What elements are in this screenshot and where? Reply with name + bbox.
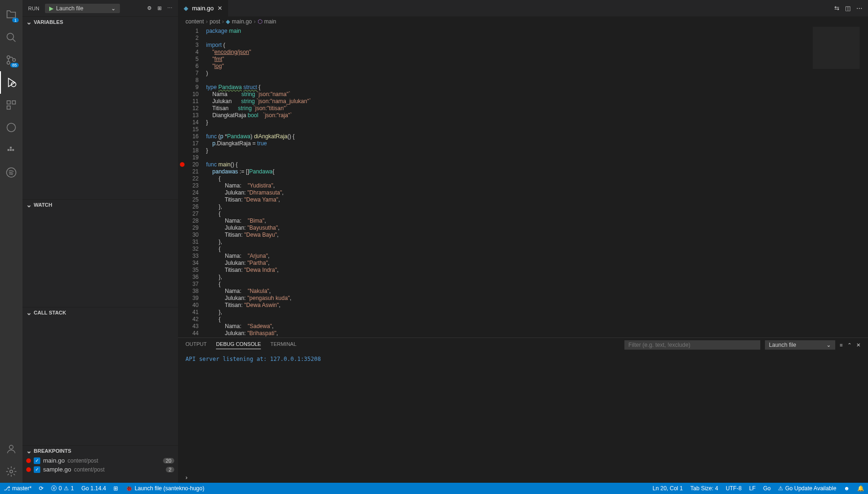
callstack-header[interactable]: ⌄ CALL STACK xyxy=(22,307,178,318)
launch-config-select[interactable]: ▶ Launch file ⌄ xyxy=(45,4,120,13)
variables-panel: ⌄ VARIABLES xyxy=(22,16,178,199)
svg-rect-7 xyxy=(7,106,10,109)
scm-badge: 85 xyxy=(10,63,19,67)
debug-prompt[interactable]: › xyxy=(185,474,187,481)
chevron-down-icon: ⌄ xyxy=(26,18,32,26)
word-wrap-icon[interactable]: ≡ xyxy=(840,342,843,348)
split-icon[interactable]: ◫ xyxy=(845,5,851,12)
bell-icon[interactable]: 🔔 xyxy=(853,485,868,492)
breakpoints-header[interactable]: ⌄ BREAKPOINTS xyxy=(22,446,178,456)
watch-header[interactable]: ⌄ WATCH xyxy=(22,200,178,210)
gear-icon[interactable]: ⚙ xyxy=(147,5,152,11)
editor-area: ◆ main.go ✕ ⇆ ◫ ⋯ content› post› ◆ main.… xyxy=(178,0,868,337)
go-update[interactable]: ⚠ Go Update Available xyxy=(774,485,840,492)
filter-input[interactable] xyxy=(624,340,760,350)
tab-terminal[interactable]: TERMINAL xyxy=(270,341,297,349)
svg-rect-12 xyxy=(10,147,12,149)
go-file-icon: ◆ xyxy=(226,18,230,25)
bp-line: 2 xyxy=(166,467,174,472)
svg-point-8 xyxy=(7,123,15,132)
bp-line: 20 xyxy=(163,458,174,464)
tab-output[interactable]: OUTPUT xyxy=(185,341,207,349)
docker-icon[interactable] xyxy=(0,139,22,161)
breakpoint-dot-icon xyxy=(26,467,31,472)
launch-dropdown[interactable]: Launch file⌄ xyxy=(765,340,835,350)
debug-icon[interactable] xyxy=(0,71,22,94)
code-editor[interactable]: 1package main23import (4 "encoding/json"… xyxy=(178,27,868,337)
cursor-position[interactable]: Ln 20, Col 1 xyxy=(649,485,687,492)
svg-point-3 xyxy=(13,59,15,61)
chevron-down-icon: ⌄ xyxy=(111,5,116,12)
minimap[interactable] xyxy=(813,27,860,214)
tab-size[interactable]: Tab Size: 4 xyxy=(687,485,722,492)
go-version[interactable]: Go 1.14.4 xyxy=(78,485,110,492)
debug-launch[interactable]: 🐞 Launch file (santekno-hugo) xyxy=(122,485,208,492)
close-icon[interactable]: ✕ xyxy=(856,342,861,348)
more-icon[interactable]: ⋯ xyxy=(856,5,862,12)
chevron-up-icon[interactable]: ⌃ xyxy=(847,342,852,348)
bp-file: sample.go xyxy=(43,466,71,473)
svg-point-15 xyxy=(10,470,13,473)
debug-sidebar: RUN ▶ Launch file ⌄ ⚙ ⊞ ⋯ ⌄ VARIABLES ⌄ … xyxy=(22,0,178,483)
sidebar-header: RUN ▶ Launch file ⌄ ⚙ ⊞ ⋯ xyxy=(22,0,178,16)
svg-rect-6 xyxy=(12,101,15,104)
watch-panel: ⌄ WATCH xyxy=(22,199,178,307)
chevron-down-icon: ⌄ xyxy=(26,447,32,455)
chevron-down-icon: ⌄ xyxy=(826,342,831,348)
statusbar: ⎇ master* ⟳ ⓧ 0 ⚠ 1 Go 1.14.4 ⊞ 🐞 Launch… xyxy=(0,483,868,494)
feedback-icon[interactable]: ☻ xyxy=(840,485,853,492)
chevron-down-icon: ⌄ xyxy=(26,201,32,209)
problems-item[interactable]: ⓧ 0 ⚠ 1 xyxy=(47,485,77,493)
svg-rect-11 xyxy=(12,149,14,151)
checkbox[interactable]: ✓ xyxy=(34,457,40,464)
eol[interactable]: LF xyxy=(745,485,759,492)
checkbox[interactable]: ✓ xyxy=(34,466,40,473)
tab-debug-console[interactable]: DEBUG CONSOLE xyxy=(216,341,261,349)
bp-path: content/post xyxy=(67,457,98,464)
breakpoint-dot-icon xyxy=(26,458,31,463)
compare-icon[interactable]: ⇆ xyxy=(834,5,839,12)
more-icon[interactable]: ⋯ xyxy=(167,5,172,11)
close-icon[interactable]: ✕ xyxy=(217,5,223,12)
tab-main-go[interactable]: ◆ main.go ✕ xyxy=(178,0,228,16)
function-icon: ⬡ xyxy=(258,18,262,25)
go-file-icon: ◆ xyxy=(184,5,188,12)
activity-bar: 1 85 xyxy=(0,0,22,483)
breakpoint-item[interactable]: ✓ main.go content/post 20 xyxy=(22,456,178,465)
breadcrumbs[interactable]: content› post› ◆ main.go› ⬡ main xyxy=(178,16,868,27)
spotify-icon[interactable] xyxy=(0,161,22,184)
explorer-badge: 1 xyxy=(12,18,19,22)
svg-point-0 xyxy=(7,33,14,40)
chevron-down-icon: ⌄ xyxy=(26,309,32,316)
bottom-panel: OUTPUT DEBUG CONSOLE TERMINAL Launch fil… xyxy=(178,337,868,483)
svg-point-14 xyxy=(9,445,13,449)
svg-rect-9 xyxy=(7,149,9,151)
bp-path: content/post xyxy=(74,466,104,473)
editor-tabs: ◆ main.go ✕ ⇆ ◫ ⋯ xyxy=(178,0,868,16)
scm-icon[interactable]: 85 xyxy=(0,49,22,71)
variables-header[interactable]: ⌄ VARIABLES xyxy=(22,17,178,27)
search-icon[interactable] xyxy=(0,26,22,49)
play-icon: ▶ xyxy=(49,5,53,12)
branch-item[interactable]: ⎇ master* xyxy=(0,485,35,492)
svg-point-2 xyxy=(7,61,10,64)
extensions-icon[interactable] xyxy=(0,94,22,116)
debug-console-output: API server listening at: 127.0.0.1:35208 xyxy=(178,352,868,366)
gear-icon[interactable] xyxy=(0,460,22,483)
callstack-panel: ⌄ CALL STACK xyxy=(22,307,178,445)
svg-point-1 xyxy=(7,56,10,59)
svg-rect-10 xyxy=(10,149,12,151)
breakpoint-item[interactable]: ✓ sample.go content/post 2 xyxy=(22,465,178,474)
sync-item[interactable]: ⟳ xyxy=(35,485,47,492)
run-label: RUN xyxy=(28,6,39,11)
tab-label: main.go xyxy=(192,5,214,12)
encoding[interactable]: UTF-8 xyxy=(722,485,745,492)
live-share-icon[interactable]: ⊞ xyxy=(110,485,122,492)
account-icon[interactable] xyxy=(0,438,22,460)
language-mode[interactable]: Go xyxy=(759,485,774,492)
launch-config-name: Launch file xyxy=(56,5,83,12)
debug-console-icon[interactable]: ⊞ xyxy=(157,5,162,11)
explorer-icon[interactable]: 1 xyxy=(0,4,22,26)
remote-icon[interactable] xyxy=(0,116,22,139)
panel-tabs: OUTPUT DEBUG CONSOLE TERMINAL Launch fil… xyxy=(178,338,868,352)
